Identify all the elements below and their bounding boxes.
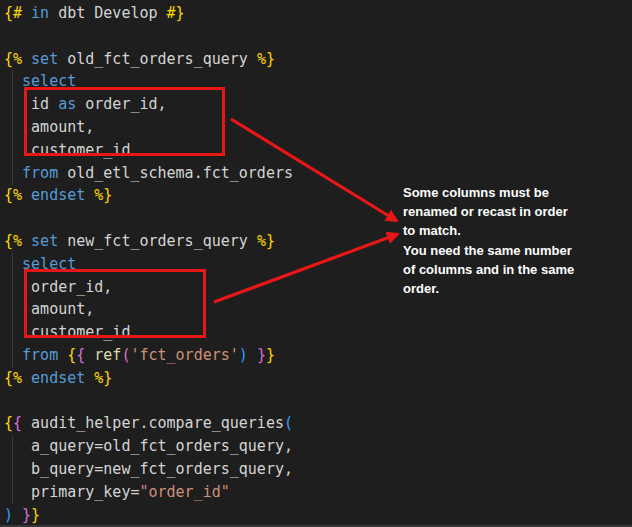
code-token — [248, 346, 257, 364]
code-token: primary_key= — [4, 483, 139, 501]
code-line: from old_etl_schema.fct_orders — [4, 162, 632, 185]
indent-guide — [12, 253, 13, 368]
code-token — [13, 506, 22, 524]
code-token: a_query=old_fct_orders_query, — [4, 437, 293, 455]
code-token: in — [31, 4, 49, 22]
code-token — [22, 50, 31, 68]
code-token: ) — [239, 346, 248, 364]
code-token: {% — [4, 369, 22, 387]
code-token: ( — [284, 414, 293, 432]
annotation-note: Some columns must be renamed or recast i… — [403, 183, 615, 298]
code-token: ref — [94, 346, 121, 364]
code-line: ) }} — [4, 504, 632, 527]
code-token: from — [22, 346, 58, 364]
highlight-box-new-query-columns — [24, 269, 206, 338]
code-token: endset — [31, 369, 85, 387]
code-token — [22, 186, 31, 204]
code-line: {{ audit_helper.compare_queries( — [4, 412, 632, 435]
code-token: "order_id" — [139, 483, 229, 501]
code-token: {% — [4, 232, 22, 250]
code-token: set — [31, 232, 58, 250]
code-token: %} — [94, 369, 112, 387]
code-token: { — [4, 414, 13, 432]
code-token: %} — [257, 50, 275, 68]
code-token: } — [22, 506, 31, 524]
code-token — [85, 346, 94, 364]
code-token: endset — [31, 186, 85, 204]
code-line: {# in dbt Develop #} — [4, 2, 632, 25]
code-token: audit_helper.compare_queries — [22, 414, 284, 432]
code-line: a_query=old_fct_orders_query, — [4, 435, 632, 458]
code-token: new_fct_orders_query — [58, 232, 257, 250]
code-token — [4, 346, 22, 364]
code-token — [22, 232, 31, 250]
code-token — [4, 164, 22, 182]
code-token — [85, 369, 94, 387]
code-token: %} — [257, 232, 275, 250]
code-token: {% — [4, 186, 22, 204]
code-line: from {{ ref('fct_orders') }} — [4, 344, 632, 367]
code-line: {% endset %} — [4, 367, 632, 390]
code-token: b_query=new_fct_orders_query, — [4, 460, 293, 478]
code-token — [22, 369, 31, 387]
code-token: dbt Develop — [49, 4, 166, 22]
code-token: } — [257, 346, 266, 364]
code-token: from — [22, 164, 58, 182]
code-token: #} — [167, 4, 185, 22]
code-line — [4, 25, 632, 48]
code-token — [22, 4, 31, 22]
code-token: ) — [4, 506, 13, 524]
code-token: set — [31, 50, 58, 68]
code-token: {# — [4, 4, 22, 22]
code-token: old_etl_schema.fct_orders — [58, 164, 293, 182]
code-token: } — [31, 506, 40, 524]
code-line — [4, 390, 632, 413]
code-line: b_query=new_fct_orders_query, — [4, 458, 632, 481]
code-token — [4, 72, 22, 90]
code-token: { — [76, 346, 85, 364]
highlight-box-old-query-columns — [24, 87, 225, 156]
code-line: primary_key="order_id" — [4, 481, 632, 504]
code-token: {% — [4, 50, 22, 68]
code-line: {% set old_fct_orders_query %} — [4, 48, 632, 71]
code-token: old_fct_orders_query — [58, 50, 257, 68]
code-token: 'fct_orders' — [130, 346, 238, 364]
code-token — [4, 255, 22, 273]
indent-guide — [12, 435, 13, 504]
indent-guide — [12, 70, 13, 185]
code-token: %} — [94, 186, 112, 204]
code-token: { — [13, 414, 22, 432]
code-token: { — [67, 346, 76, 364]
code-token: } — [266, 346, 275, 364]
code-token — [85, 186, 94, 204]
code-token — [58, 346, 67, 364]
